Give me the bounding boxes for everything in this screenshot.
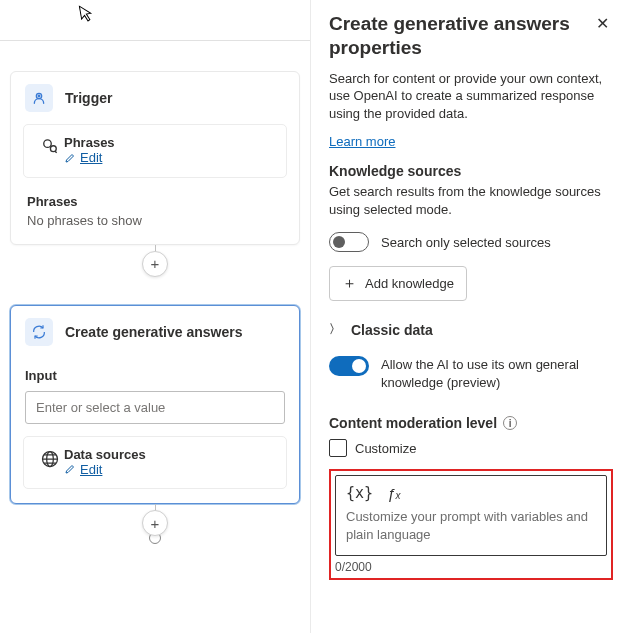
add-knowledge-button[interactable]: ＋ Add knowledge: [329, 266, 467, 301]
customize-checkbox[interactable]: [329, 439, 347, 457]
general-knowledge-label: Allow the AI to use its own general know…: [381, 356, 613, 391]
canvas-pane: Trigger Phrases Edit Phrases No phrases …: [0, 0, 310, 633]
classic-data-label: Classic data: [351, 322, 433, 338]
phrases-empty-text: No phrases to show: [27, 213, 283, 228]
formula-icon[interactable]: ƒx: [387, 485, 400, 502]
datasources-edit-link[interactable]: Edit: [64, 462, 102, 477]
trigger-node[interactable]: Trigger Phrases Edit Phrases No phrases …: [10, 71, 300, 245]
general-knowledge-toggle[interactable]: [329, 356, 369, 376]
knowledge-sources-desc: Get search results from the knowledge so…: [329, 183, 613, 218]
learn-more-link[interactable]: Learn more: [329, 134, 395, 149]
edit-label: Edit: [80, 462, 102, 477]
trigger-title: Trigger: [65, 90, 112, 106]
add-node-button-2[interactable]: +: [142, 510, 168, 536]
search-selected-label: Search only selected sources: [381, 235, 551, 250]
add-node-button[interactable]: +: [142, 251, 168, 277]
svg-point-1: [38, 95, 40, 97]
trigger-header: Trigger: [11, 72, 299, 124]
trigger-icon: [25, 84, 53, 112]
customize-label: Customize: [355, 441, 416, 456]
plus-icon: ＋: [342, 274, 357, 293]
gen-header: Create generative answers: [11, 306, 299, 358]
phrases-card-title: Phrases: [64, 135, 274, 150]
content-moderation-heading: Content moderation level: [329, 415, 497, 431]
properties-panel: Create generative answers properties ✕ S…: [310, 0, 631, 633]
gen-title: Create generative answers: [65, 324, 242, 340]
prompt-placeholder: Customize your prompt with variables and…: [346, 508, 596, 543]
search-selected-toggle[interactable]: [329, 232, 369, 252]
phrases-empty-section: Phrases No phrases to show: [11, 190, 299, 244]
char-counter: 0/2000: [335, 560, 607, 574]
divider: [0, 40, 310, 41]
prompt-textarea[interactable]: {x} ƒx Customize your prompt with variab…: [335, 475, 607, 556]
edit-label: Edit: [80, 150, 102, 165]
info-icon[interactable]: i: [503, 416, 517, 430]
phrases-section-title: Phrases: [27, 194, 283, 209]
phrases-card[interactable]: Phrases Edit: [23, 124, 287, 178]
generative-answers-node[interactable]: Create generative answers Input Enter or…: [10, 305, 300, 505]
input-field[interactable]: Enter or select a value: [25, 391, 285, 424]
connector-2: +: [10, 504, 300, 534]
input-label: Input: [11, 358, 299, 391]
highlight-box: {x} ƒx Customize your prompt with variab…: [329, 469, 613, 580]
phrases-edit-link[interactable]: Edit: [64, 150, 102, 165]
datasources-card[interactable]: Data sources Edit: [23, 436, 287, 490]
variable-icon[interactable]: {x}: [346, 484, 373, 502]
panel-description: Search for content or provide your own c…: [329, 70, 613, 123]
close-icon[interactable]: ✕: [592, 12, 613, 35]
datasources-title: Data sources: [64, 447, 274, 462]
svg-point-3: [50, 146, 56, 152]
connector: +: [10, 245, 300, 275]
knowledge-sources-heading: Knowledge sources: [329, 163, 613, 179]
panel-title: Create generative answers properties: [329, 12, 592, 60]
add-knowledge-label: Add knowledge: [365, 276, 454, 291]
globe-icon: [36, 447, 64, 469]
sparkle-refresh-icon: [25, 318, 53, 346]
svg-point-2: [44, 140, 52, 148]
chevron-right-icon: 〉: [329, 321, 341, 338]
input-placeholder: Enter or select a value: [36, 400, 165, 415]
phrases-icon: [36, 135, 64, 157]
classic-data-section[interactable]: 〉 Classic data: [329, 321, 613, 338]
